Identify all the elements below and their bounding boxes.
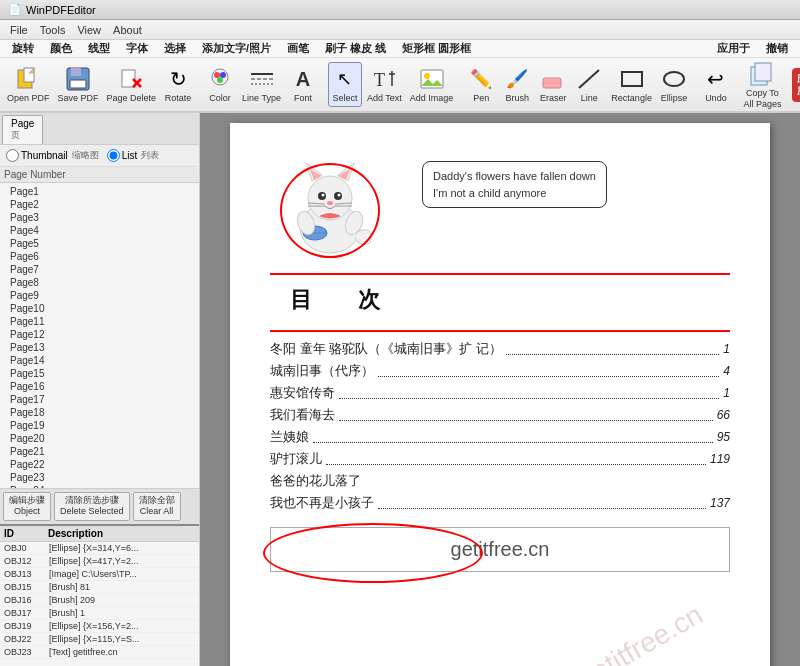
label-shapes: 矩形框 圆形框 [394, 41, 479, 56]
color-icon [206, 65, 234, 93]
label-rotate: 旋转 [4, 41, 42, 56]
object-row[interactable]: OBJ23[Text] getitfree.cn [0, 646, 199, 659]
toc-page-number: 137 [710, 496, 730, 510]
page-list-item[interactable]: Page23 [2, 471, 197, 484]
toc-item-text: 惠安馆传奇 [270, 384, 335, 402]
copy-all-button[interactable]: Copy ToAll Pages [735, 58, 790, 112]
line-type-button[interactable]: Line Type [239, 62, 284, 107]
object-row[interactable]: OBJ15[Brush] 81 [0, 581, 199, 594]
object-row[interactable]: OBJ13[Image] C:\Users\TP... [0, 568, 199, 581]
add-image-icon [418, 65, 446, 93]
rectangle-button[interactable]: Rectangle [608, 62, 655, 107]
save-pdf-button[interactable]: Save PDF [55, 62, 102, 107]
svg-text:T: T [374, 70, 385, 90]
page-list-item[interactable]: Page19 [2, 419, 197, 432]
label-undo: 撤销 [758, 41, 796, 56]
line-type-label: Line Type [242, 93, 281, 104]
obj-desc-cell: [Image] C:\Users\TP... [45, 568, 199, 581]
page-delete-label: Page Delete [107, 93, 157, 104]
rotate-icon: ↻ [164, 65, 192, 93]
line-button[interactable]: Line [572, 62, 606, 107]
menu-file[interactable]: File [4, 22, 34, 38]
rotate-label: Rotate [165, 93, 192, 104]
page-list-item[interactable]: Page20 [2, 432, 197, 445]
eraser-button[interactable]: Eraser [536, 62, 570, 107]
sidebar-tab-page[interactable]: Page 页 [2, 115, 43, 144]
object-row[interactable]: OBJ12[Ellipse] {X=417,Y=2... [0, 555, 199, 568]
object-row[interactable]: OBJ22[Ellipse] {X=115,Y=S... [0, 633, 199, 646]
svg-point-12 [217, 77, 223, 83]
brush-button[interactable]: 🖌️ Brush [500, 62, 534, 107]
svg-line-23 [579, 70, 599, 88]
page-list-item[interactable]: Page9 [2, 289, 197, 302]
menu-view[interactable]: View [71, 22, 107, 38]
object-row[interactable]: OBJ19[Ellipse] {X=156,Y=2... [0, 620, 199, 633]
page-list-item[interactable]: Page10 [2, 302, 197, 315]
page-list-item[interactable]: Page8 [2, 276, 197, 289]
add-text-icon: T [370, 65, 398, 93]
toc-dots [339, 398, 719, 399]
page-list-item[interactable]: Page5 [2, 237, 197, 250]
page-list-item[interactable]: Page17 [2, 393, 197, 406]
menu-bar: File Tools View About [0, 20, 800, 40]
undo-button[interactable]: ↩ Undo [699, 62, 733, 107]
edit-steps-btn[interactable]: 编辑步骤Object [3, 492, 51, 521]
thumbnail-option[interactable]: Thumbnail 缩略图 [6, 149, 99, 162]
list-option[interactable]: List 列表 [107, 149, 160, 162]
page-list-item[interactable]: Page3 [2, 211, 197, 224]
page-list-item[interactable]: Page1 [2, 185, 197, 198]
content-area[interactable]: Daddy's flowers have fallen down I'm not… [200, 113, 800, 666]
page-list-item[interactable]: Page11 [2, 315, 197, 328]
object-row[interactable]: OBJ16[Brush] 209 [0, 594, 199, 607]
page-list-item[interactable]: Page16 [2, 380, 197, 393]
open-pdf-button[interactable]: Open PDF [4, 62, 53, 107]
sidebar-bottom-toolbar: 编辑步骤Object 清除所选步骤Delete Selected 清除全部Cle… [0, 488, 199, 524]
object-row[interactable]: OBJ0[Ellipse] {X=314,Y=6... [0, 542, 199, 555]
page-delete-button[interactable]: Page Delete [104, 62, 160, 107]
clear-all-btn[interactable]: 清除全部Clear All [133, 492, 181, 521]
toc-dots [313, 442, 713, 443]
page-list-item[interactable]: Page12 [2, 328, 197, 341]
color-button[interactable]: Color [203, 62, 237, 107]
line-type-icon [248, 65, 276, 93]
rotate-button[interactable]: ↻ Rotate [161, 62, 195, 107]
page-list-item[interactable]: Page14 [2, 354, 197, 367]
toc-page-number: 1 [723, 386, 730, 400]
object-table[interactable]: OBJ0[Ellipse] {X=314,Y=6...OBJ12[Ellipse… [0, 542, 199, 666]
page-list-item[interactable]: Page21 [2, 445, 197, 458]
page-list[interactable]: Page1Page2Page3Page4Page5Page6Page7Page8… [0, 183, 199, 488]
label-font: 字体 [118, 41, 156, 56]
object-row[interactable]: OBJ17[Brush] 1 [0, 607, 199, 620]
obj-desc-cell: [Ellipse] {X=314,Y=6... [45, 542, 199, 555]
ellipse-label: Ellipse [661, 93, 688, 104]
menu-tools[interactable]: Tools [34, 22, 72, 38]
page-list-item[interactable]: Page18 [2, 406, 197, 419]
select-button[interactable]: ↖ Select [328, 62, 362, 107]
speech-bubble: Daddy's flowers have fallen down I'm not… [410, 153, 730, 216]
add-text-button[interactable]: T Add Text [364, 62, 405, 107]
object-list: ID Description OBJ0[Ellipse] {X=314,Y=6.… [0, 524, 199, 666]
toc-dots [326, 464, 706, 465]
toolbar-labels-row: 旋转 颜色 线型 字体 选择 添加文字/照片 画笔 刷子 橡皮 线 矩形框 圆形… [0, 40, 800, 58]
page-list-item[interactable]: Page4 [2, 224, 197, 237]
toc-title: 目 次 [290, 285, 730, 315]
obj-desc-cell: [Brush] 209 [45, 594, 199, 607]
font-button[interactable]: A Font [286, 62, 320, 107]
ellipse-button[interactable]: Ellipse [657, 62, 691, 107]
add-image-button[interactable]: Add Image [407, 62, 457, 107]
pen-button[interactable]: ✏️ Pen [464, 62, 498, 107]
copy-all-label: Copy ToAll Pages [743, 88, 781, 110]
page-list-item[interactable]: Page6 [2, 250, 197, 263]
page-list-item[interactable]: Page15 [2, 367, 197, 380]
apply-all-button[interactable]: 应用于所有页 [792, 68, 800, 102]
page-list-item[interactable]: Page2 [2, 198, 197, 211]
page-list-item[interactable]: Page22 [2, 458, 197, 471]
pen-label: Pen [473, 93, 489, 104]
select-label: Select [332, 93, 357, 104]
line-label: Line [581, 93, 598, 104]
page-list-item[interactable]: Page13 [2, 341, 197, 354]
page-list-item[interactable]: Page7 [2, 263, 197, 276]
obj-id-cell: OBJ16 [0, 594, 45, 607]
menu-about[interactable]: About [107, 22, 148, 38]
delete-selected-btn[interactable]: 清除所选步骤Delete Selected [54, 492, 130, 521]
